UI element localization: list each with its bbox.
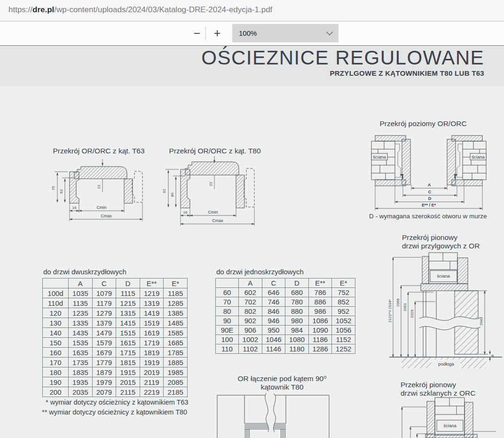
table-row: 10010021046108011861152 <box>216 335 355 344</box>
table-header-row: ACDE**E* <box>43 279 188 288</box>
table-header-cell: D <box>116 279 140 288</box>
table-cell: 1835 <box>69 367 93 377</box>
table-cell: 1885 <box>164 358 188 367</box>
table-header-cell: C <box>92 279 116 288</box>
zoom-out-button[interactable]: − <box>188 24 206 42</box>
page-url: https://dre.pl/wp-content/uploads/2024/0… <box>8 5 272 15</box>
table-row: 100d10351079111512191185 <box>43 288 188 298</box>
table-cell: 1735 <box>69 358 93 367</box>
vertical-orc-title: Przekrój pionowy drzwi szklanych z ORC <box>401 381 475 398</box>
url-path: /wp-content/uploads/2024/03/Katalog-DRE-… <box>54 5 272 14</box>
table-cell: 1519 <box>140 318 164 328</box>
table-row: 15015351579161517191685 <box>43 338 188 348</box>
dimension-label: 22 <box>97 184 101 189</box>
vertical-or-title-line1: Przekrój pionowy <box>402 233 480 242</box>
table-row: 20020352079211522192185 <box>43 387 188 397</box>
table-cell: 1056 <box>332 326 355 335</box>
zoom-level-select[interactable]: 100% <box>232 24 339 42</box>
table-header-cell: E** <box>308 279 332 288</box>
single-door-table-title: do drzwi jednoskrzydłowych <box>216 268 304 276</box>
table-cell: 70 <box>216 297 239 307</box>
table-cell: 1419 <box>140 308 164 318</box>
table-cell: 886 <box>308 297 332 307</box>
dimension-label: D <box>428 196 432 201</box>
url-bar[interactable]: https://dre.pl/wp-content/uploads/2024/0… <box>0 0 504 22</box>
table-header-cell: A <box>239 279 262 288</box>
table-cell: 1585 <box>164 328 188 338</box>
table-cell: 2185 <box>164 387 188 397</box>
table-cell: 2085 <box>164 377 188 387</box>
table-row: 9090294698010861052 <box>216 316 355 326</box>
table-cell: 2115 <box>116 387 140 397</box>
drawing-vertical-section-orc: ściana <box>396 397 504 438</box>
chevron-down-icon <box>326 29 333 35</box>
browser-pdf-viewer: https://dre.pl/wp-content/uploads/2024/0… <box>0 0 504 438</box>
table-cell: 1186 <box>308 335 332 344</box>
table-cell: 1985 <box>164 367 188 377</box>
table-cell: 2019 <box>140 367 164 377</box>
table-cell: 946 <box>262 316 285 326</box>
table-cell: 1115 <box>116 288 140 298</box>
page-subtitle: PRZYLGOWE Z KĄTOWNIKIEM T80 LUB T63 <box>0 69 484 77</box>
toolbar-divider <box>205 27 206 40</box>
table-row: 90E90695098410901056 <box>216 326 355 335</box>
table-row: 110d11351179121513191285 <box>43 298 188 308</box>
table-cell: 1685 <box>164 338 188 348</box>
table-row: 80802846880986952 <box>216 307 355 316</box>
double-door-table: ACDE**E*100d10351079111512191185110d1135… <box>42 278 188 397</box>
table-cell: 1286 <box>308 344 332 354</box>
vertical-orc-title-line1: Przekrój pionowy <box>401 381 475 389</box>
table-cell: 1415 <box>116 318 140 328</box>
table-cell: 1615 <box>116 338 140 348</box>
table-row: 13013351379141515191485 <box>43 318 188 328</box>
table-cell: 1479 <box>92 328 116 338</box>
table-row: 12012351279131514191385 <box>43 308 188 318</box>
table-cell: 902 <box>239 316 262 326</box>
table-cell: 1315 <box>116 308 140 318</box>
table-row: 19019351979201521192085 <box>43 377 188 387</box>
table-cell: 680 <box>285 288 309 297</box>
table-cell: 1146 <box>262 344 285 354</box>
table-cell: 950 <box>262 326 285 335</box>
table-cell: 906 <box>239 326 262 335</box>
dimension-d-note: D - wymagana szerokość otworu w murze <box>369 213 487 220</box>
dimension-label: A <box>428 183 431 187</box>
zoom-in-button[interactable]: + <box>208 24 226 42</box>
dimension-label: 22 <box>209 182 213 186</box>
table-cell: 1485 <box>164 318 188 328</box>
table-cell: 1915 <box>116 367 140 377</box>
vertical-or-title-line2: drzwi przylgowych z OR <box>402 242 480 250</box>
table-header-cell: A <box>69 279 93 288</box>
table-header-cell: E* <box>164 279 188 288</box>
table-cell: 1219 <box>140 288 164 298</box>
table-cell: 780 <box>285 297 309 307</box>
table-cell: 1035 <box>69 288 93 298</box>
table-cell: 1535 <box>69 338 93 348</box>
page-header: OŚCIEZNICE REGULOWANE PRZYLGOWE Z KĄTOWN… <box>0 47 504 86</box>
table-cell: 952 <box>332 307 355 316</box>
table-cell: 852 <box>332 297 355 307</box>
table-cell: 1086 <box>308 316 332 326</box>
joint-title-line2: kątownik T80 <box>207 383 357 391</box>
drawing-cross-section-t80: 92 80 22 16 Cmin Cmax <box>158 155 267 231</box>
table-cell: 150 <box>43 338 69 348</box>
dimension-label: 2066 <box>396 298 400 307</box>
wall-label: ściana <box>437 273 450 279</box>
table-header-cell: E** <box>140 279 164 288</box>
table-cell: 170 <box>43 358 69 367</box>
table-cell: 1002 <box>239 335 262 344</box>
table-cell: 802 <box>239 307 262 316</box>
drawing-vertical-section-or: ściana 2121**/ 2104* 2066 2051 2029 2043… <box>388 250 504 373</box>
table-cell: 1785 <box>164 348 188 358</box>
table-cell: 880 <box>285 307 309 316</box>
drawing-cross-section-t63: 75 63 22 16 Cmin Cmax <box>45 157 148 225</box>
table-header-row: ACDE**E* <box>216 279 355 288</box>
table-cell: 130 <box>43 318 69 328</box>
table-header-cell: C <box>262 279 285 288</box>
dimension-label: Cmin <box>96 205 106 210</box>
table-cell: 90E <box>216 326 239 335</box>
wall-label: ściana <box>472 154 485 159</box>
table-cell: 200 <box>43 387 69 397</box>
zoom-level-value: 100% <box>239 29 257 37</box>
table-cell: 1152 <box>332 335 355 344</box>
